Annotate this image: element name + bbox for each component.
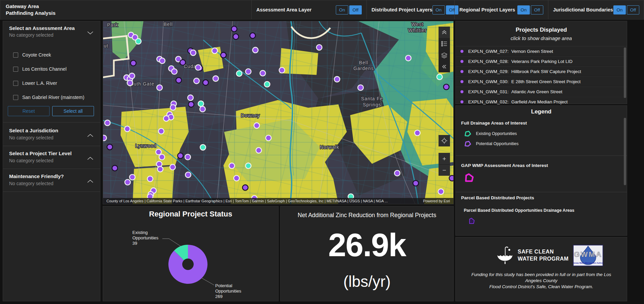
zoom-out-button[interactable]: −: [439, 164, 450, 176]
map-marker[interactable]: [200, 144, 206, 150]
assessment-option-3[interactable]: Lower L.A. River: [13, 80, 57, 86]
select-all-button[interactable]: Select all: [52, 106, 94, 116]
assessment-option-1[interactable]: Coyote Creek: [13, 52, 51, 58]
toggle-off-button[interactable]: Off: [349, 5, 362, 14]
map-marker[interactable]: [130, 174, 135, 180]
assessment-option-4[interactable]: San Gabriel River (mainstem): [13, 95, 84, 100]
project-list-item[interactable]: EXPLN_GWM_027:Vernon Green Street: [456, 46, 627, 56]
map-marker[interactable]: [105, 120, 110, 126]
checkbox-icon[interactable]: [13, 81, 18, 86]
map-marker[interactable]: [157, 166, 163, 172]
chevron-down-icon[interactable]: [87, 30, 93, 33]
map-marker[interactable]: [131, 60, 136, 66]
map-marker[interactable]: [147, 176, 153, 182]
map-marker[interactable]: [185, 154, 191, 160]
layers-icon[interactable]: [439, 49, 450, 61]
map-marker[interactable]: [438, 189, 444, 195]
map-marker[interactable]: [415, 130, 420, 136]
map-marker[interactable]: [129, 73, 135, 79]
map-marker[interactable]: [221, 52, 226, 58]
map-marker[interactable]: [266, 135, 271, 141]
map-marker[interactable]: [212, 48, 218, 54]
toggle-on-button[interactable]: On: [517, 5, 530, 14]
map-marker[interactable]: [195, 65, 201, 70]
assessment-option-2[interactable]: Los Cerritos Channel: [13, 66, 67, 72]
map-marker[interactable]: [234, 175, 239, 181]
map-marker[interactable]: [180, 60, 186, 65]
collapse-left-icon[interactable]: [439, 61, 450, 72]
reset-button[interactable]: Reset: [8, 106, 50, 116]
map-marker[interactable]: [125, 126, 130, 132]
map-marker[interactable]: [444, 84, 449, 90]
zoom-in-button[interactable]: +: [439, 153, 450, 164]
map-marker[interactable]: [406, 55, 411, 61]
toggle-off-button[interactable]: Off: [627, 5, 639, 14]
map-marker[interactable]: [260, 70, 266, 76]
map-marker[interactable]: [200, 106, 205, 112]
map-marker[interactable]: [449, 175, 453, 181]
projects-scrollbar[interactable]: [624, 47, 626, 98]
map-marker[interactable]: [136, 39, 141, 44]
legend-list-icon[interactable]: [439, 38, 450, 49]
map-marker[interactable]: [194, 78, 199, 84]
map-marker[interactable]: [188, 95, 193, 101]
map-marker[interactable]: [437, 74, 443, 80]
chevron-up-icon[interactable]: [87, 155, 93, 159]
map-marker[interactable]: [127, 80, 133, 86]
checkbox-icon[interactable]: [13, 95, 18, 100]
map-marker[interactable]: [246, 163, 251, 169]
map-marker[interactable]: [170, 105, 176, 110]
map-marker[interactable]: [125, 179, 131, 185]
map-marker[interactable]: [254, 123, 260, 129]
map-marker[interactable]: [358, 85, 363, 91]
map-marker[interactable]: [231, 26, 237, 32]
map-marker[interactable]: [316, 44, 322, 50]
map-marker[interactable]: [170, 164, 175, 170]
map-marker[interactable]: [203, 80, 208, 86]
map-marker[interactable]: [178, 153, 183, 159]
map-marker[interactable]: [159, 154, 165, 160]
project-list-item[interactable]: EXPLN_GWM_029:Hillbrook Park SW Capture …: [456, 66, 627, 76]
map-marker[interactable]: [107, 144, 113, 150]
checkbox-icon[interactable]: [13, 53, 18, 58]
toggle-off-button[interactable]: Off: [531, 5, 543, 14]
map-marker[interactable]: [163, 116, 169, 122]
map-marker[interactable]: [176, 77, 182, 83]
map-marker[interactable]: [156, 149, 161, 155]
map-marker[interactable]: [185, 172, 191, 178]
toggle-on-button[interactable]: On: [336, 5, 348, 14]
map-marker[interactable]: [233, 34, 239, 40]
legend-scrollbar[interactable]: [624, 118, 626, 185]
map-marker[interactable]: [413, 180, 419, 186]
chevron-up-icon[interactable]: [87, 132, 93, 136]
map-marker[interactable]: [198, 101, 204, 107]
map-marker[interactable]: [334, 76, 340, 82]
project-list-item[interactable]: EXPLN_GWM_031:Atlantic Ave Green Street: [456, 87, 627, 97]
toggle-on-button[interactable]: On: [432, 5, 445, 14]
toggle-on-button[interactable]: On: [613, 5, 626, 14]
map-marker[interactable]: [112, 165, 118, 171]
map-marker[interactable]: [229, 163, 235, 169]
chevron-up-icon[interactable]: [87, 178, 93, 181]
map-marker[interactable]: [159, 58, 165, 64]
map-marker[interactable]: [103, 135, 106, 141]
map-marker[interactable]: [236, 71, 242, 76]
map-marker[interactable]: [157, 85, 162, 91]
map-view[interactable]: ParkBellutCudahyBellGardensSouth GateLyn…: [103, 21, 454, 204]
map-marker[interactable]: [188, 102, 194, 107]
map-marker[interactable]: [264, 81, 270, 87]
project-list-item[interactable]: EXPLN_GWM_030:E 28th Street Green Street…: [456, 76, 627, 87]
map-marker[interactable]: [190, 50, 196, 56]
map-marker[interactable]: [394, 170, 400, 176]
map-marker[interactable]: [246, 69, 251, 74]
map-marker[interactable]: [243, 185, 248, 191]
map-canvas[interactable]: ParkBellutCudahyBellGardensSouth GateLyn…: [103, 21, 453, 204]
map-marker[interactable]: [213, 76, 219, 81]
locate-icon[interactable]: [439, 135, 450, 146]
map-marker[interactable]: [256, 147, 262, 153]
map-marker[interactable]: [156, 161, 162, 167]
map-marker[interactable]: [158, 129, 164, 134]
collapse-up-icon[interactable]: [439, 27, 450, 38]
map-marker[interactable]: [279, 67, 285, 73]
map-marker[interactable]: [171, 69, 177, 74]
